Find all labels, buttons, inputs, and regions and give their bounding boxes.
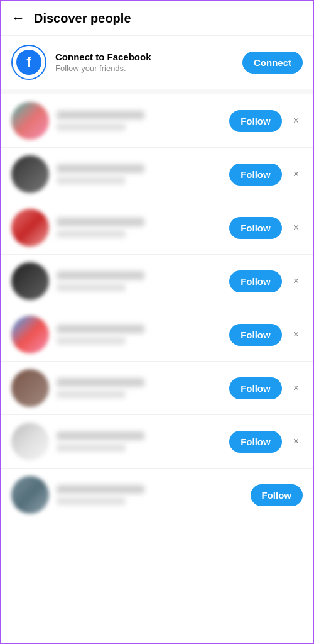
user-name-blur bbox=[57, 164, 144, 173]
avatar bbox=[11, 155, 49, 193]
connect-button[interactable]: Connect bbox=[242, 52, 303, 74]
avatar bbox=[11, 369, 49, 407]
user-handle-blur bbox=[57, 284, 126, 291]
follow-button[interactable]: Follow bbox=[229, 217, 282, 239]
follow-button[interactable]: Follow bbox=[229, 324, 282, 346]
follow-button[interactable]: Follow bbox=[229, 164, 282, 186]
user-row: Follow × bbox=[1, 415, 313, 469]
user-info bbox=[57, 271, 222, 291]
user-row: Follow × bbox=[1, 255, 313, 308]
follow-button[interactable]: Follow bbox=[251, 484, 303, 506]
user-row: Follow × bbox=[1, 308, 313, 362]
facebook-connect-banner: f Connect to Facebook Follow your friend… bbox=[1, 36, 313, 89]
user-info bbox=[57, 325, 222, 345]
facebook-banner-title: Connect to Facebook bbox=[55, 52, 234, 62]
user-name-blur bbox=[57, 218, 144, 226]
user-info bbox=[57, 378, 222, 398]
follow-button[interactable]: Follow bbox=[229, 110, 282, 132]
page-title: Discover people bbox=[34, 11, 131, 26]
follow-button[interactable]: Follow bbox=[229, 377, 282, 399]
user-handle-blur bbox=[57, 230, 126, 238]
user-info bbox=[57, 485, 243, 505]
avatar bbox=[11, 209, 49, 247]
avatar bbox=[11, 316, 49, 353]
dismiss-button[interactable]: × bbox=[290, 165, 303, 184]
user-info bbox=[57, 111, 222, 131]
user-handle-blur bbox=[57, 123, 126, 131]
user-handle-blur bbox=[57, 391, 126, 398]
dismiss-button[interactable]: × bbox=[290, 379, 303, 397]
user-name-blur bbox=[57, 431, 144, 440]
dismiss-button[interactable]: × bbox=[290, 111, 303, 130]
avatar bbox=[11, 262, 49, 300]
user-handle-blur bbox=[57, 337, 126, 345]
facebook-icon-wrapper: f bbox=[11, 45, 46, 80]
dismiss-button[interactable]: × bbox=[290, 218, 303, 237]
dismiss-button[interactable]: × bbox=[290, 325, 303, 344]
user-info bbox=[57, 164, 222, 184]
user-handle-blur bbox=[57, 444, 126, 452]
facebook-icon: f bbox=[16, 50, 41, 75]
follow-button[interactable]: Follow bbox=[229, 270, 282, 292]
back-button[interactable]: ← bbox=[11, 10, 25, 26]
user-name-blur bbox=[57, 378, 144, 387]
user-row: Follow × bbox=[1, 362, 313, 415]
avatar bbox=[11, 476, 49, 514]
follow-button[interactable]: Follow bbox=[229, 431, 282, 453]
back-arrow-icon: ← bbox=[11, 10, 25, 26]
facebook-banner-subtitle: Follow your friends. bbox=[55, 64, 234, 73]
avatar bbox=[11, 102, 49, 140]
facebook-banner-text: Connect to Facebook Follow your friends. bbox=[55, 52, 234, 73]
user-name-blur bbox=[57, 271, 144, 280]
user-name-blur bbox=[57, 485, 144, 494]
user-handle-blur bbox=[57, 177, 126, 184]
user-row-partial: Follow bbox=[1, 469, 313, 521]
user-row: Follow × bbox=[1, 148, 313, 201]
user-name-blur bbox=[57, 111, 144, 119]
dismiss-button[interactable]: × bbox=[290, 432, 303, 451]
user-name-blur bbox=[57, 325, 144, 333]
user-handle-blur bbox=[57, 497, 126, 505]
dismiss-button[interactable]: × bbox=[290, 272, 303, 291]
user-info bbox=[57, 218, 222, 238]
user-row: Follow × bbox=[1, 201, 313, 255]
divider bbox=[1, 89, 313, 94]
user-list: Follow × Follow × Follow × Follow × bbox=[1, 94, 313, 521]
avatar bbox=[11, 423, 49, 460]
header: ← Discover people bbox=[1, 1, 313, 36]
user-info bbox=[57, 431, 222, 452]
user-row: Follow × bbox=[1, 94, 313, 148]
